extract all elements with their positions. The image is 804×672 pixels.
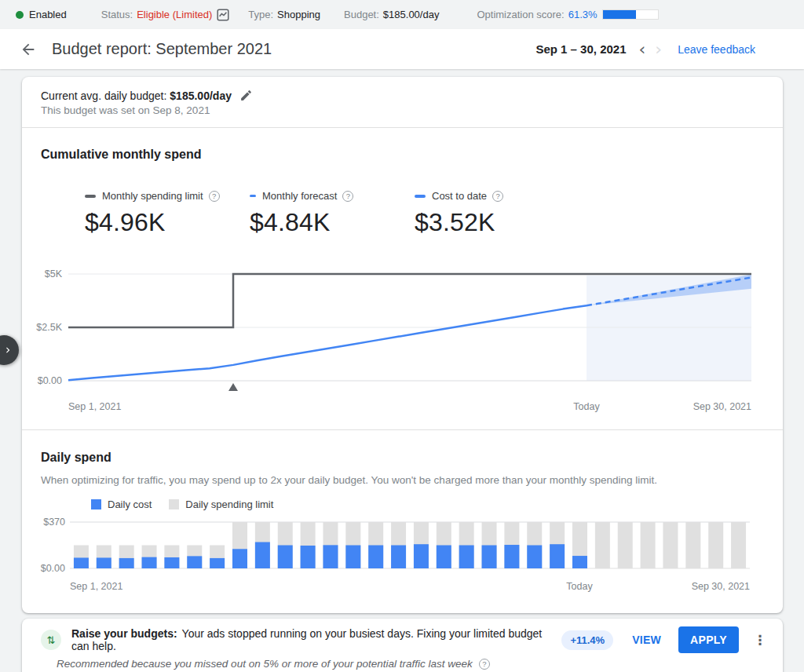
daily-section: Daily spend When optimizing for traffic,…	[22, 430, 783, 595]
kpi-label: Monthly forecast	[262, 190, 337, 202]
daily-chart-svg: $370$0.00	[22, 517, 783, 595]
type-value: Shopping	[277, 9, 320, 20]
apply-button[interactable]: APPLY	[678, 626, 739, 653]
kpi-monthly-forecast: Monthly forecast $4.84K	[250, 190, 415, 237]
x-axis-label-end: Sep 30, 2021	[692, 581, 750, 592]
svg-text:$370: $370	[43, 517, 65, 528]
footnote-help-icon[interactable]	[479, 659, 490, 670]
status-history-chart-icon[interactable]	[217, 9, 229, 21]
kpi-value: $4.84K	[250, 208, 415, 237]
svg-text:$0.00: $0.00	[38, 375, 62, 386]
optimization-progress	[602, 9, 659, 20]
daily-chart: $370$0.00 Sep 1, 2021 Today Sep 30, 2021	[22, 517, 783, 595]
x-axis-label-end: Sep 30, 2021	[693, 401, 751, 412]
help-icon[interactable]	[492, 191, 503, 202]
status-value: Eligible (Limited)	[137, 9, 212, 20]
budget-group: Budget: $185.00/day	[344, 9, 439, 20]
cumulative-heading: Cumulative monthly spend	[41, 148, 764, 162]
x-axis-label-today: Today	[566, 581, 592, 592]
pencil-icon	[239, 89, 253, 102]
recommendation-card: Raise your budgets:Your ads stopped runn…	[22, 619, 783, 672]
page-title: Budget report: September 2021	[52, 40, 272, 58]
view-button[interactable]: VIEW	[632, 634, 661, 646]
legend-label: Daily cost	[108, 499, 152, 510]
optimization-value: 61.3%	[568, 9, 598, 20]
svg-text:$0.00: $0.00	[41, 563, 65, 574]
legend-daily-spending-limit: Daily spending limit	[169, 499, 273, 510]
budget-value: $185.00/day	[383, 9, 440, 20]
svg-text:$5K: $5K	[45, 268, 63, 279]
chevron-right-icon	[2, 345, 13, 356]
leave-feedback-link[interactable]: Leave feedback	[678, 43, 755, 56]
chevron-left-icon[interactable]: ‹	[634, 41, 651, 58]
back-button[interactable]	[17, 38, 39, 60]
raise-budgets-icon	[41, 630, 61, 650]
x-axis-label-today: Today	[573, 401, 599, 412]
type-group: Type: Shopping	[248, 9, 320, 20]
daily-heading: Daily spend	[41, 451, 764, 465]
cumulative-chart: $5K$2.5K$0.00 Sep 1, 2021 Today Sep 30, …	[22, 261, 783, 414]
legend-daily-cost: Daily cost	[91, 499, 152, 510]
chevron-right-icon[interactable]: ›	[650, 41, 667, 58]
kpi-cost-to-date: Cost to date $3.52K	[415, 190, 579, 237]
x-axis-label-start: Sep 1, 2021	[70, 581, 122, 592]
budget-summary-value: $185.00/day	[170, 89, 232, 102]
kpi-label: Monthly spending limit	[102, 190, 203, 202]
kpi-value: $4.96K	[85, 208, 250, 237]
enabled-dot-icon	[16, 11, 24, 19]
budget-label: Budget:	[344, 9, 379, 20]
budget-summary-label: Current avg. daily budget:	[41, 89, 166, 102]
date-range[interactable]: Sep 1 – 30, 2021	[535, 42, 626, 56]
optimization-progress-fill	[603, 10, 637, 19]
kpi-row: Monthly spending limit $4.96K Monthly fo…	[85, 190, 783, 237]
edit-budget-button[interactable]	[239, 89, 253, 102]
recommendation-title: Raise your budgets:	[71, 627, 177, 640]
campaign-status-bar: Enabled Status: Eligible (Limited) Type:…	[0, 0, 804, 29]
optimization-label: Optimization score:	[477, 9, 564, 20]
daily-legend: Daily cost Daily spending limit	[91, 499, 783, 510]
budget-summary: Current avg. daily budget: $185.00/day T…	[22, 77, 783, 128]
arrow-left-icon	[20, 41, 37, 58]
kpi-value: $3.52K	[415, 208, 579, 237]
daily-description: When optimizing for traffic, you may spe…	[41, 474, 764, 486]
optimization-score-group: Optimization score: 61.3%	[477, 9, 658, 20]
svg-text:$2.5K: $2.5K	[36, 322, 62, 333]
forecast-marker-icon	[250, 195, 256, 197]
cumulative-section: Cumulative monthly spend Monthly spendin…	[22, 128, 783, 430]
report-header: Budget report: September 2021 Sep 1 – 30…	[0, 29, 804, 69]
status-group: Status: Eligible (Limited)	[101, 9, 230, 21]
spending-limit-marker-icon	[85, 195, 96, 198]
cumulative-chart-svg: $5K$2.5K$0.00	[22, 261, 783, 414]
type-label: Type:	[248, 9, 273, 20]
cost-marker-icon	[415, 195, 426, 198]
overflow-menu-button[interactable]	[751, 632, 769, 648]
help-icon[interactable]	[209, 191, 220, 202]
panel-expander-button[interactable]	[0, 335, 19, 365]
kpi-monthly-spending-limit: Monthly spending limit $4.96K	[85, 190, 250, 237]
budget-report-card: Current avg. daily budget: $185.00/day T…	[22, 77, 783, 613]
kpi-label: Cost to date	[432, 190, 487, 202]
status-label: Status:	[101, 9, 133, 20]
recommendation-footnote: Recommended because you missed out on 5%…	[57, 658, 473, 670]
budget-set-note: This budget was set on Sep 8, 2021	[41, 104, 764, 116]
x-axis-label-start: Sep 1, 2021	[68, 401, 121, 412]
uplift-badge: +11.4%	[561, 630, 613, 650]
enabled-status: Enabled	[16, 9, 67, 20]
enabled-label: Enabled	[29, 9, 67, 20]
header-right: Sep 1 – 30, 2021 ‹ › Leave feedback	[535, 41, 788, 58]
daily-limit-swatch-icon	[169, 499, 179, 509]
help-icon[interactable]	[342, 191, 353, 202]
legend-label: Daily spending limit	[185, 499, 273, 510]
daily-cost-swatch-icon	[91, 499, 101, 509]
